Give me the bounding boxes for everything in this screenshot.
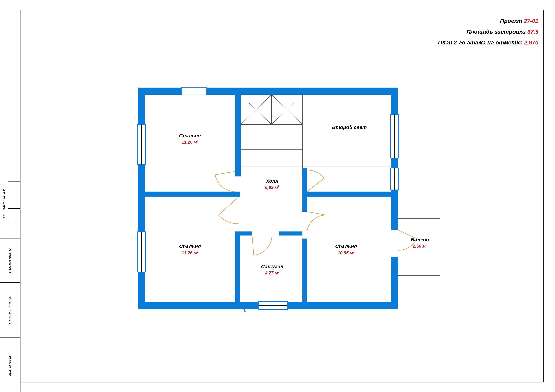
walls bbox=[138, 88, 398, 309]
svg-rect-0 bbox=[138, 88, 398, 95]
sidebar-cell bbox=[8, 168, 21, 182]
svg-line-54 bbox=[271, 103, 294, 124]
svg-rect-11 bbox=[235, 231, 240, 309]
drawing-sheet: Проект 27-01 Площадь застройки 67,5 План… bbox=[20, 10, 544, 382]
svg-rect-41 bbox=[235, 177, 241, 192]
header-block: Проект 27-01 Площадь застройки 67,5 План… bbox=[438, 15, 538, 48]
open-edge bbox=[302, 95, 391, 168]
svg-rect-14 bbox=[235, 171, 241, 177]
plan-label: План 2-го этажа на отметке bbox=[438, 39, 523, 46]
plan-value: 2,970 bbox=[524, 39, 538, 46]
svg-rect-6 bbox=[235, 88, 241, 171]
svg-rect-7 bbox=[235, 192, 241, 197]
doors bbox=[215, 170, 416, 255]
sidebar-cell bbox=[8, 222, 21, 239]
sidebar-podpis: Подпись и дата bbox=[0, 283, 21, 338]
staircase bbox=[241, 95, 302, 167]
sidebar-cells-top bbox=[8, 168, 21, 239]
svg-rect-2 bbox=[138, 88, 145, 309]
svg-rect-9 bbox=[302, 192, 307, 212]
sidebar-inv: Инв. N подл. bbox=[0, 338, 21, 392]
sidebar-cell bbox=[8, 182, 21, 195]
sidebar-vzamen: Взамен инв. N bbox=[0, 239, 21, 283]
svg-rect-43 bbox=[302, 212, 307, 239]
label-bedroom-bl: Спальня 11,26 м2 bbox=[168, 243, 212, 256]
svg-rect-4 bbox=[138, 192, 239, 197]
area-value: 67,5 bbox=[527, 29, 538, 35]
sidebar-soglasovano: СОГЛАСОВАНО: bbox=[0, 168, 8, 239]
svg-rect-10 bbox=[302, 239, 307, 309]
sidebar-titleblock: СОГЛАСОВАНО: Взамен инв. N Подпись и дат… bbox=[0, 168, 21, 392]
svg-line-34 bbox=[215, 171, 235, 175]
svg-line-37 bbox=[252, 235, 254, 255]
label-hall: Холл 6,99 м2 bbox=[254, 178, 291, 190]
svg-rect-42 bbox=[240, 192, 267, 197]
label-second-light: Второй свет bbox=[322, 124, 376, 130]
svg-line-35 bbox=[219, 197, 239, 215]
label-bathroom: Сан.узел 4,77 м2 bbox=[252, 264, 292, 276]
svg-line-59 bbox=[244, 309, 245, 312]
label-bedroom-tl: Спальня 11,26 м2 bbox=[168, 133, 212, 145]
windows bbox=[138, 87, 398, 309]
floor-plan: Спальня 11,26 м2 Спальня 11,26 м2 Холл 6… bbox=[124, 78, 447, 346]
sidebar-cell bbox=[8, 195, 21, 209]
svg-line-39 bbox=[307, 178, 324, 192]
project-value: 27-01 bbox=[524, 18, 538, 24]
label-balcony: Балкон 2,56 м2 bbox=[403, 237, 437, 249]
project-label: Проект bbox=[500, 18, 522, 24]
svg-rect-33 bbox=[391, 230, 398, 257]
plan-svg bbox=[124, 78, 447, 346]
label-bedroom-br: Спальня 10,95 м2 bbox=[324, 243, 368, 256]
svg-line-38 bbox=[307, 212, 326, 215]
break-mark bbox=[244, 309, 245, 312]
area-label: Площадь застройки bbox=[466, 29, 526, 35]
svg-rect-12 bbox=[235, 231, 252, 235]
svg-rect-5 bbox=[302, 192, 398, 197]
sidebar-cell bbox=[8, 209, 21, 222]
